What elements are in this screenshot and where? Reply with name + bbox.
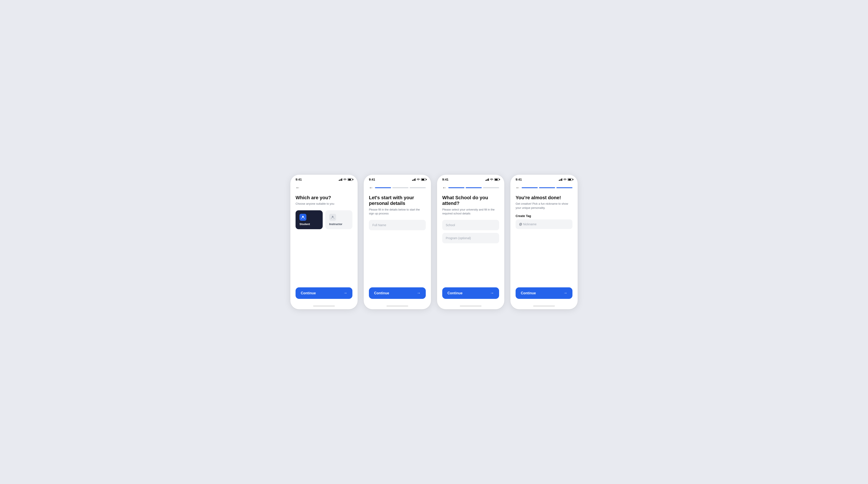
- screen-1-content: ← Which are you? Choose anyone suitable …: [290, 182, 358, 304]
- create-tag-label: Create Tag: [516, 214, 572, 218]
- progress-seg-4-2: [539, 187, 555, 188]
- screen-2-subtitle: Please fill in the details below to star…: [369, 208, 426, 215]
- home-indicator-2: [364, 304, 431, 309]
- back-button-1[interactable]: ←: [296, 185, 300, 190]
- screens-container: 9:41 ← Which are you? Choose an: [290, 175, 578, 309]
- signal-icon-2: [412, 178, 416, 181]
- continue-button-3[interactable]: Continue →: [442, 288, 499, 299]
- screen-1-title: Which are you?: [296, 195, 352, 201]
- school-input[interactable]: [442, 220, 499, 230]
- battery-icon-3: [494, 178, 499, 181]
- status-icons-3: [486, 178, 499, 181]
- screen-4-title: You're almost done!: [516, 195, 572, 201]
- home-indicator-4: [510, 304, 578, 309]
- progress-seg-3: [410, 187, 426, 188]
- full-name-input[interactable]: [369, 220, 426, 230]
- nav-area-4: ←: [516, 184, 572, 191]
- signal-icon-4: [559, 178, 562, 181]
- instructor-card[interactable]: Instructor: [325, 210, 352, 229]
- nav-area-3: ←: [442, 184, 499, 191]
- continue-button-4[interactable]: Continue →: [516, 288, 572, 299]
- nav-area-1: ←: [296, 184, 352, 191]
- wifi-icon-2: [416, 178, 420, 181]
- instructor-icon: [329, 214, 336, 221]
- instructor-label: Instructor: [329, 222, 342, 226]
- screen-4-subtitle: Get creative! Pick a fun nickname to sho…: [516, 202, 572, 210]
- student-icon: [300, 214, 306, 221]
- role-selector: Student Instructor: [296, 210, 352, 229]
- continue-button-2[interactable]: Continue →: [369, 288, 426, 299]
- progress-seg-3-3: [483, 187, 499, 188]
- screen-1-subtitle: Choose anyone suitable to you: [296, 202, 352, 206]
- svg-point-1: [332, 216, 334, 217]
- home-indicator-1: [290, 304, 358, 309]
- screen-3-content: ← What School do you attend? Please sele…: [437, 182, 504, 304]
- screen-2-title: Let's start with your personal details: [369, 195, 426, 206]
- time-1: 9:41: [296, 178, 302, 181]
- progress-seg-4-1: [522, 187, 538, 188]
- progress-bar-2: [375, 187, 426, 188]
- progress-seg-4-3: [556, 187, 572, 188]
- screen-3-frame: 9:41 ←: [437, 175, 504, 309]
- nickname-wrapper: @: [516, 219, 572, 229]
- student-card[interactable]: Student: [296, 210, 323, 229]
- nav-area-2: ←: [369, 184, 426, 191]
- screen-3-title: What School do you attend?: [442, 195, 499, 206]
- screen-4-content: ← You're almost done! Get creative! Pick…: [510, 182, 578, 304]
- progress-seg-1: [375, 187, 391, 188]
- at-symbol: @: [519, 222, 522, 226]
- time-4: 9:41: [516, 178, 522, 181]
- screen-4-frame: 9:41 ←: [510, 175, 578, 309]
- progress-seg-2: [392, 187, 408, 188]
- screen-2-frame: 9:41 ←: [364, 175, 431, 309]
- continue-arrow-1: →: [343, 291, 347, 295]
- back-button-4[interactable]: ←: [516, 185, 520, 190]
- continue-arrow-4: →: [563, 291, 567, 295]
- home-indicator-3: [437, 304, 504, 309]
- svg-point-0: [302, 216, 304, 217]
- nickname-input[interactable]: [523, 222, 569, 226]
- continue-button-1[interactable]: Continue →: [296, 288, 352, 299]
- battery-icon-4: [568, 178, 572, 181]
- wifi-icon-1: [343, 178, 346, 181]
- screen-3-subtitle: Please select your university and fill i…: [442, 208, 499, 215]
- back-button-2[interactable]: ←: [369, 185, 373, 190]
- status-icons-1: [339, 178, 352, 181]
- battery-icon-2: [421, 178, 426, 181]
- wifi-icon-3: [490, 178, 493, 181]
- continue-arrow-3: →: [490, 291, 494, 295]
- signal-icon-1: [339, 178, 342, 181]
- signal-icon-3: [486, 178, 489, 181]
- back-button-3[interactable]: ←: [442, 185, 446, 190]
- status-icons-4: [559, 178, 573, 181]
- status-icons-2: [412, 178, 426, 181]
- status-bar-4: 9:41: [510, 175, 578, 182]
- battery-icon-1: [348, 178, 352, 181]
- screen-1-frame: 9:41 ← Which are you? Choose an: [290, 175, 358, 309]
- wifi-icon-4: [563, 178, 566, 181]
- continue-arrow-2: →: [416, 291, 421, 295]
- time-2: 9:41: [369, 178, 375, 181]
- program-input[interactable]: [442, 233, 499, 243]
- status-bar-1: 9:41: [290, 175, 358, 182]
- student-label: Student: [300, 222, 310, 226]
- progress-seg-3-1: [448, 187, 464, 188]
- status-bar-2: 9:41: [364, 175, 431, 182]
- progress-bar-4: [522, 187, 572, 188]
- screen-2-content: ← Let's start with your personal details…: [364, 182, 431, 304]
- progress-bar-3: [448, 187, 499, 188]
- progress-seg-3-2: [466, 187, 482, 188]
- time-3: 9:41: [442, 178, 448, 181]
- status-bar-3: 9:41: [437, 175, 504, 182]
